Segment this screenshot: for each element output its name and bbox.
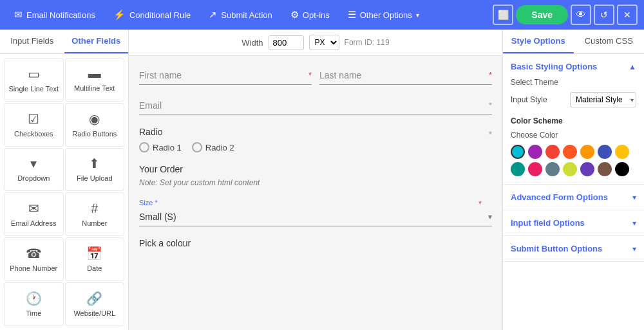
sidebar-item-label: Email Address [11, 219, 56, 228]
advanced-form-chevron-icon: ▾ [632, 193, 636, 202]
input-style-label: Input Style [511, 95, 547, 104]
sidebar-item-icon: ⬆ [89, 156, 100, 171]
size-required: * [478, 199, 482, 208]
nav-conditional-rule[interactable]: ⚡ Conditional Rule [106, 5, 198, 24]
color-picker-field: Pick a colour [139, 238, 492, 248]
submit-icon: ↗ [209, 9, 217, 21]
sidebar-item-label: Multiline Text [74, 84, 115, 93]
size-select[interactable]: Small (S) Medium (M) Large (L) [139, 208, 492, 226]
tab-input-fields[interactable]: Input Fields [0, 30, 64, 53]
html-section-title: Your Order [139, 164, 492, 174]
color-scheme-section: Color Scheme Choose Color [511, 116, 636, 176]
sidebar-item-email-address[interactable]: ✉Email Address [4, 192, 64, 236]
radio-option-2[interactable]: Radio 2 [192, 142, 234, 152]
sidebar-item-number[interactable]: #Number [65, 192, 125, 236]
sidebar-tabs: Input Fields Other Fields [0, 30, 128, 54]
form-builder-area: Width PX % Form ID: 119 * * [129, 30, 502, 330]
width-label: Width [242, 38, 263, 48]
sidebar-item-icon: ☑ [28, 111, 39, 127]
sidebar-item-checkboxes[interactable]: ☑Checkboxes [4, 103, 64, 147]
nav-other-options[interactable]: ☰ Other Options ▾ [340, 5, 427, 24]
submit-button-section[interactable]: Submit Button Options ▾ [503, 236, 644, 262]
preview-button[interactable]: 👁 [571, 5, 591, 25]
sidebar-item-label: File Upload [77, 174, 113, 183]
sidebar-item-label: Website/URL [73, 309, 115, 318]
color-swatch[interactable] [580, 162, 594, 176]
sidebar-item-radio-buttons[interactable]: ◉Radio Buttons [65, 103, 125, 147]
first-name-field: * [139, 66, 312, 85]
px-unit-select[interactable]: PX % [309, 35, 339, 50]
first-name-input[interactable] [139, 66, 312, 85]
html-section-note: Note: Set your custom html content [139, 178, 492, 187]
sidebar-item-single-line-text[interactable]: ▭Single Line Text [4, 58, 64, 102]
last-name-input[interactable] [319, 66, 492, 85]
tab-other-fields[interactable]: Other Fields [64, 30, 129, 53]
layout-toggle-button[interactable]: ⬜ [493, 5, 513, 25]
sidebar-item-time[interactable]: 🕐Time [4, 282, 64, 326]
sidebar-item-website/url[interactable]: 🔗Website/URL [65, 282, 125, 326]
conditional-icon: ⚡ [113, 9, 126, 21]
sidebar-item-icon: ▬ [88, 66, 101, 81]
sidebar-item-icon: ▾ [30, 156, 37, 171]
right-sidebar: Style Options Custom CSS Basic Styling O… [502, 30, 644, 330]
color-swatch[interactable] [615, 145, 629, 159]
color-swatch[interactable] [545, 145, 560, 159]
sidebar-item-phone-number[interactable]: ☎Phone Number [4, 237, 64, 281]
basic-styling-header[interactable]: Basic Styling Options ▲ [511, 62, 636, 71]
nav-submit-action[interactable]: ↗ Submit Action [201, 5, 280, 24]
color-swatch[interactable] [598, 145, 612, 159]
sidebar-item-icon: # [91, 201, 98, 216]
radio-circle-2 [192, 142, 202, 152]
advanced-form-section[interactable]: Advanced Form Options ▾ [503, 185, 644, 210]
tab-custom-css[interactable]: Custom CSS [574, 30, 645, 53]
color-swatch[interactable] [528, 145, 542, 159]
radio-group-label: Radio [139, 127, 492, 137]
nav-email-notifications[interactable]: ✉ Email Notifications [6, 5, 103, 24]
color-swatch[interactable] [511, 162, 525, 176]
email-required: * [489, 100, 492, 110]
sidebar-item-date[interactable]: 📅Date [65, 237, 125, 281]
main-layout: Input Fields Other Fields ▭Single Line T… [0, 30, 644, 330]
color-swatch[interactable] [563, 162, 577, 176]
color-picker-row: Pick a colour [139, 238, 492, 248]
radio-option-1[interactable]: Radio 1 [139, 142, 182, 152]
email-field: * [139, 96, 492, 115]
submit-button-title: Submit Button Options [511, 244, 602, 253]
input-field-options-section[interactable]: Input field Options ▾ [503, 210, 644, 236]
input-field-chevron-icon: ▾ [632, 219, 636, 228]
right-tabs: Style Options Custom CSS [503, 30, 644, 54]
color-swatch[interactable] [615, 162, 629, 176]
color-swatch[interactable] [528, 162, 542, 176]
sidebar-item-icon: 🔗 [86, 291, 102, 306]
size-field-label: Size * [139, 199, 492, 206]
color-swatch[interactable] [598, 162, 612, 176]
close-button[interactable]: ✕ [617, 5, 638, 25]
sidebar-item-label: Time [26, 309, 41, 318]
email-input[interactable] [139, 96, 492, 115]
save-button[interactable]: Save [516, 5, 568, 24]
sidebar-item-dropdown[interactable]: ▾Dropdown [4, 148, 64, 192]
size-field: Size * Small (S) Medium (M) Large (L) ▾ … [139, 199, 492, 226]
basic-styling-title: Basic Styling Options [511, 62, 597, 71]
optins-icon: ⚙ [290, 9, 299, 21]
basic-styling-chevron-icon: ▲ [629, 62, 636, 71]
refresh-button[interactable]: ↺ [594, 5, 614, 25]
color-swatch[interactable] [511, 145, 525, 159]
last-name-required: * [489, 70, 492, 80]
width-input[interactable] [269, 35, 304, 50]
sidebar-item-label: Checkboxes [14, 130, 53, 138]
radio-circle-1 [139, 142, 149, 152]
nav-optins[interactable]: ⚙ Opt-ins [283, 5, 337, 24]
radio-group: Radio Radio 1 Radio 2 [139, 127, 492, 152]
tab-style-options[interactable]: Style Options [503, 30, 574, 53]
submit-button-chevron-icon: ▾ [632, 244, 636, 253]
sidebar-item-file-upload[interactable]: ⬆File Upload [65, 148, 125, 192]
sliders-icon: ☰ [348, 9, 356, 21]
input-style-select[interactable]: Material Style Classic Style Flat Style [570, 92, 636, 107]
size-select-wrap: Size * Small (S) Medium (M) Large (L) ▾ [139, 199, 492, 226]
color-swatch[interactable] [580, 145, 594, 159]
color-swatch[interactable] [563, 145, 577, 159]
color-swatch[interactable] [545, 162, 560, 176]
select-theme-label: Select Theme [511, 78, 636, 87]
sidebar-item-multiline-text[interactable]: ▬Multiline Text [65, 58, 125, 102]
